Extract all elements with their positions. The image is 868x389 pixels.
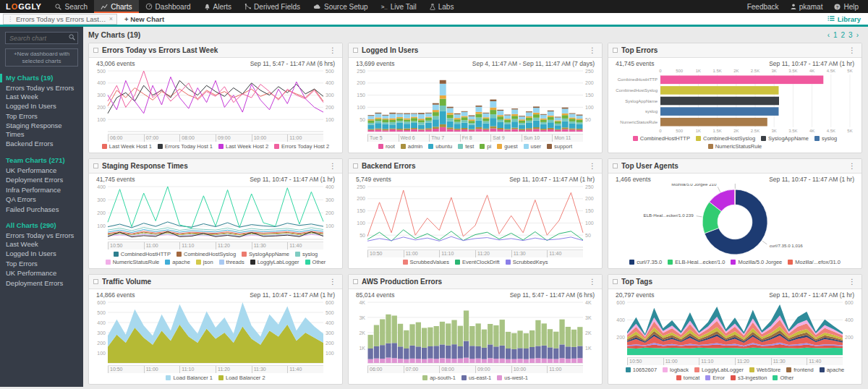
panel-menu-icon[interactable]: ⋮	[587, 278, 597, 286]
legend-item[interactable]: test	[458, 142, 474, 150]
nav-item-dashboard[interactable]: Dashboard	[139, 0, 197, 13]
panel-chart-area[interactable]: 5050100100150150200200250250	[352, 68, 599, 134]
sidebar-item[interactable]: Deployment Errors	[0, 278, 83, 288]
legend-item[interactable]: Other	[773, 374, 793, 382]
legend-item[interactable]: root	[378, 142, 395, 150]
legend-item[interactable]: logback	[663, 366, 689, 374]
legend-item[interactable]: us-west-1	[497, 374, 528, 382]
sidebar-item[interactable]: Backend Errors	[0, 139, 83, 149]
new-dashboard-button[interactable]: +New dashboard with selected charts	[5, 48, 78, 67]
panel-select-checkbox[interactable]	[613, 48, 618, 53]
new-chart-button[interactable]: + New Chart	[124, 15, 164, 23]
nav-item-alerts[interactable]: Alerts	[197, 0, 239, 13]
panel-select-checkbox[interactable]	[93, 279, 98, 284]
nav-item-labs[interactable]: Labs	[423, 0, 461, 13]
panel-menu-icon[interactable]: ⋮	[587, 46, 597, 54]
legend-item[interactable]: support	[547, 142, 572, 150]
sidebar-item[interactable]: Staging Response Times	[0, 121, 83, 139]
nav-item-derived-fields[interactable]: Derived Fields	[238, 0, 307, 13]
legend-item[interactable]: SyslogAppName	[761, 134, 809, 142]
legend-item[interactable]: Last Week Host 1	[102, 142, 152, 150]
panel-chart-area[interactable]: curl/7.35.0 1,016ELB-Heal...ecker/1.0 23…	[611, 184, 859, 257]
legend-item[interactable]: Mozilla/5.0 Jorgee	[731, 258, 782, 266]
sidebar-item[interactable]: QA Errors	[0, 194, 83, 205]
library-button[interactable]: Library	[827, 15, 861, 23]
sidebar-item[interactable]: UK Performance	[0, 166, 83, 176]
panel-select-checkbox[interactable]	[613, 163, 618, 168]
sidebar-item[interactable]: UK Performance	[0, 268, 83, 278]
panel-chart-area[interactable]: 200200400400600600	[611, 299, 859, 357]
tab-close-icon[interactable]: ×	[109, 15, 113, 22]
legend-item[interactable]: ELB-Heal...ecker/1.0	[668, 258, 725, 266]
legend-item[interactable]: json	[196, 258, 213, 266]
legend-item[interactable]: admin	[401, 142, 422, 150]
nav-item-live-tail[interactable]: >_Live Tail	[375, 0, 423, 13]
legend-item[interactable]: ubuntu	[428, 142, 452, 150]
sidebar-item[interactable]: Infra Performance	[0, 185, 83, 195]
sidebar-item[interactable]: Top Errors	[0, 259, 83, 269]
panel-menu-icon[interactable]: ⋮	[328, 46, 338, 54]
legend-item[interactable]: user	[524, 142, 542, 150]
legend-item[interactable]: pi	[480, 142, 491, 150]
sidebar-item[interactable]: Errors Today vs Errors Last Week	[0, 83, 83, 101]
legend-item[interactable]: CombinedHostHTTP	[633, 134, 690, 142]
sidebar-item[interactable]: Failed Purchases	[0, 205, 83, 215]
help-link[interactable]: ?Help	[829, 3, 864, 11]
panel-select-checkbox[interactable]	[353, 163, 358, 168]
loggly-logo[interactable]: LOGGLY	[0, 0, 48, 13]
legend-item[interactable]: ScrubbedKeys	[506, 258, 548, 266]
panel-select-checkbox[interactable]	[353, 48, 358, 53]
legend-item[interactable]: LogglyLabLogger	[694, 366, 744, 374]
nav-item-charts[interactable]: Charts	[94, 0, 138, 13]
legend-item[interactable]: us-east-1	[461, 374, 491, 382]
panel-menu-icon[interactable]: ⋮	[328, 278, 338, 286]
legend-item[interactable]: WebStore	[749, 366, 780, 374]
nav-item-search[interactable]: Search	[48, 0, 94, 13]
legend-item[interactable]: Load Balancer 1	[166, 374, 213, 382]
pagination-page-2[interactable]: 2	[841, 31, 846, 39]
chart-tab[interactable]: ⋮ Errors Today vs Errors Last ... ×	[3, 14, 117, 25]
panel-select-checkbox[interactable]	[93, 163, 98, 168]
panel-chart-area[interactable]: 1K1K2K2K3K3K4K4K	[352, 299, 599, 365]
legend-item[interactable]: CombinedHostSyslog	[696, 134, 755, 142]
feedback-link[interactable]: Feedback	[742, 3, 784, 11]
panel-chart-area[interactable]: 100100200200300300400400	[92, 184, 339, 241]
panel-menu-icon[interactable]: ⋮	[328, 162, 338, 170]
legend-item[interactable]: guest	[497, 142, 517, 150]
panel-select-checkbox[interactable]	[353, 279, 358, 284]
legend-item[interactable]: ScrubbedValues	[403, 258, 449, 266]
sidebar-item[interactable]: Deployment Errors	[0, 175, 83, 185]
sidebar-item[interactable]: Top Errors	[0, 111, 83, 121]
legend-item[interactable]: ap-south-1	[422, 374, 456, 382]
panel-menu-icon[interactable]: ⋮	[847, 46, 857, 54]
pagination-next[interactable]: ›	[856, 31, 859, 39]
legend-item[interactable]: Errors Today Host 2	[274, 142, 329, 150]
panel-chart-area[interactable]: 100100200200300300400400500500600600	[92, 299, 339, 365]
legend-item[interactable]: Last Week Host 2	[218, 142, 268, 150]
panel-chart-area[interactable]: 5050100100150150200200250250	[352, 184, 599, 249]
legend-item[interactable]: s3-ingestion	[731, 374, 767, 382]
legend-item[interactable]: 10652607	[626, 366, 657, 374]
legend-item[interactable]: tomcat	[676, 374, 700, 382]
pagination-page-3[interactable]: 3	[848, 31, 853, 39]
legend-item[interactable]: NumericStatusRule	[708, 142, 762, 150]
legend-item[interactable]: threads	[219, 258, 244, 266]
legend-item[interactable]: Error	[705, 374, 725, 382]
legend-item[interactable]: curl/7.35.0	[629, 258, 662, 266]
legend-item[interactable]: apache	[820, 366, 845, 374]
panel-menu-icon[interactable]: ⋮	[847, 162, 857, 170]
panel-select-checkbox[interactable]	[613, 279, 618, 284]
legend-item[interactable]: Other	[305, 258, 326, 266]
legend-item[interactable]: syslog	[814, 134, 837, 142]
legend-item[interactable]: syslog	[295, 250, 318, 258]
pagination-prev[interactable]: ‹	[827, 31, 830, 39]
legend-item[interactable]: Load Balancer 2	[218, 374, 265, 382]
sidebar-item[interactable]: Logged In Users	[0, 101, 83, 111]
user-menu[interactable]: pkamat	[786, 3, 828, 11]
panel-chart-area[interactable]: 005005001K1K1.5K1.5K2K2K2.5K2.5K3K3K3.5K…	[611, 68, 859, 134]
search-chart-input[interactable]	[5, 32, 78, 44]
legend-item[interactable]: NumericStatusRule	[106, 258, 160, 266]
legend-item[interactable]: SyslogAppName	[242, 250, 289, 258]
legend-item[interactable]: Errors Today Host 1	[158, 142, 213, 150]
panel-menu-icon[interactable]: ⋮	[587, 162, 597, 170]
